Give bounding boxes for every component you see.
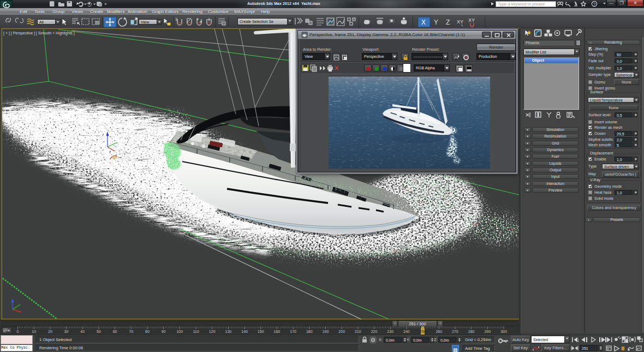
svg-text:110: 110 xyxy=(193,330,199,333)
svg-text:260: 260 xyxy=(436,330,442,333)
svg-text:XY: XY xyxy=(468,17,475,23)
svg-text:280: 280 xyxy=(468,330,475,333)
svg-text:60: 60 xyxy=(113,330,117,333)
svg-text:200: 200 xyxy=(338,330,345,333)
svg-text:180: 180 xyxy=(306,330,313,333)
svg-text:160: 160 xyxy=(274,330,281,333)
svg-text:240: 240 xyxy=(403,330,410,333)
svg-text:30: 30 xyxy=(64,330,69,333)
svg-text:290: 290 xyxy=(484,330,491,333)
svg-text:3: 3 xyxy=(175,17,177,21)
svg-text:140: 140 xyxy=(241,330,248,333)
svg-text:230: 230 xyxy=(387,330,393,333)
svg-text:220: 220 xyxy=(371,330,378,333)
svg-text:250: 250 xyxy=(420,330,426,333)
svg-text:170: 170 xyxy=(290,330,296,333)
svg-text:10: 10 xyxy=(32,330,36,333)
svg-text:Z: Z xyxy=(446,19,450,26)
svg-text:100: 100 xyxy=(176,330,183,333)
svg-text:20: 20 xyxy=(48,330,52,333)
svg-text:90: 90 xyxy=(162,330,166,333)
svg-text:300: 300 xyxy=(500,330,507,333)
svg-text:50: 50 xyxy=(97,330,101,333)
svg-text:0: 0 xyxy=(17,330,19,333)
svg-text:40: 40 xyxy=(80,330,85,333)
svg-text:XY: XY xyxy=(457,19,463,25)
svg-text:70: 70 xyxy=(129,330,133,333)
svg-text:130: 130 xyxy=(225,330,232,333)
svg-text:120: 120 xyxy=(209,330,216,333)
svg-text:270: 270 xyxy=(452,330,458,333)
svg-text:210: 210 xyxy=(355,330,361,333)
svg-text:190: 190 xyxy=(323,330,329,333)
svg-text:80: 80 xyxy=(145,330,150,333)
svg-text:Y: Y xyxy=(434,19,438,26)
svg-text:150: 150 xyxy=(258,330,264,333)
svg-text:X: X xyxy=(421,19,426,26)
svg-text:?: ? xyxy=(593,2,596,7)
